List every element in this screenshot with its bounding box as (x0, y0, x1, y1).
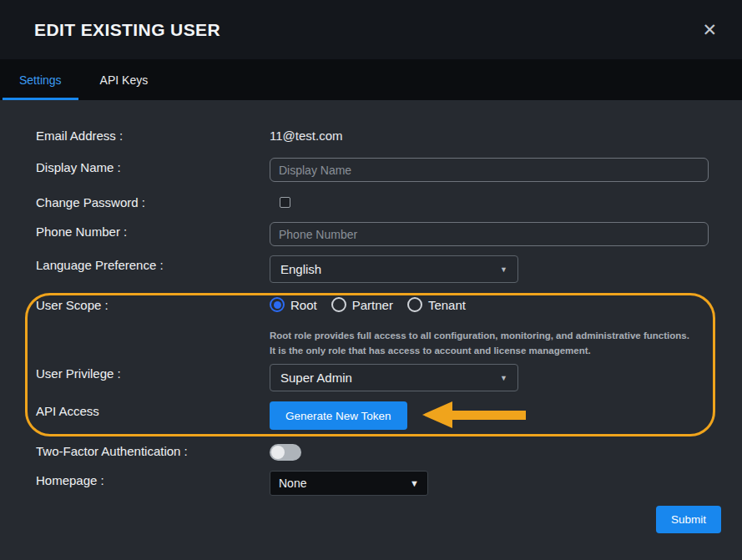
display-name-label: Display Name : (36, 158, 270, 174)
page-title: EDIT EXISTING USER (34, 20, 220, 40)
toggle-knob (271, 446, 285, 459)
email-row: Email Address : 11@test.com (36, 126, 708, 158)
chevron-down-icon: ▼ (500, 374, 507, 382)
chevron-down-icon: ▼ (500, 265, 507, 274)
homepage-value: None (279, 477, 306, 490)
tab-settings[interactable]: Settings (0, 59, 81, 100)
radio-unselected-icon (407, 297, 422, 312)
modal-header: EDIT EXISTING USER ✕ (0, 0, 742, 59)
edit-user-modal: EDIT EXISTING USER ✕ Settings API Keys E… (0, 0, 742, 560)
api-access-label: API Access (36, 401, 270, 418)
email-value: 11@test.com (270, 126, 708, 143)
user-scope-row: User Scope : Root Partner Tenant (36, 295, 708, 325)
homepage-label: Homepage : (36, 471, 270, 487)
radio-partner[interactable]: Partner (331, 297, 393, 312)
generate-token-button[interactable]: Generate New Token (270, 401, 407, 430)
phone-input[interactable] (270, 222, 709, 246)
tab-bar: Settings API Keys (0, 59, 742, 100)
settings-form: Email Address : 11@test.com Display Name… (0, 100, 742, 505)
two-factor-row: Two-Factor Authentication : (36, 441, 708, 471)
language-dropdown[interactable]: English ▼ (270, 255, 518, 283)
chevron-down-icon: ▼ (410, 478, 419, 488)
homepage-row: Homepage : None ▼ (36, 471, 708, 505)
change-password-checkbox[interactable] (280, 197, 290, 208)
user-privilege-value: Super Admin (280, 371, 352, 385)
homepage-select[interactable]: None ▼ (270, 471, 428, 496)
language-label: Language Preference : (36, 255, 270, 272)
phone-row: Phone Number : (36, 222, 708, 255)
two-factor-toggle[interactable] (270, 444, 301, 461)
scope-help-text: Root role provides full access to all co… (270, 325, 708, 358)
user-privilege-label: User Privilege : (36, 364, 270, 381)
submit-button[interactable]: Submit (656, 506, 721, 533)
change-password-row: Change Password : (36, 193, 708, 222)
tab-api-keys[interactable]: API Keys (81, 59, 168, 100)
display-name-row: Display Name : (36, 158, 708, 193)
radio-tenant[interactable]: Tenant (407, 297, 466, 312)
radio-root[interactable]: Root (270, 297, 317, 312)
change-password-label: Change Password : (36, 193, 270, 209)
email-label: Email Address : (36, 126, 270, 143)
scope-help-row: Root role provides full access to all co… (36, 325, 708, 364)
user-scope-radio-group: Root Partner Tenant (270, 297, 708, 312)
radio-unselected-icon (331, 297, 346, 312)
language-row: Language Preference : English ▼ (36, 255, 708, 295)
user-privilege-dropdown[interactable]: Super Admin ▼ (270, 364, 518, 391)
two-factor-label: Two-Factor Authentication : (36, 441, 270, 458)
phone-label: Phone Number : (36, 222, 270, 239)
user-scope-label: User Scope : (36, 295, 270, 312)
display-name-input[interactable] (270, 158, 709, 182)
close-icon[interactable]: ✕ (702, 21, 717, 38)
api-access-row: API Access Generate New Token (36, 401, 708, 441)
language-value: English (280, 262, 321, 276)
user-privilege-row: User Privilege : Super Admin ▼ (36, 364, 708, 401)
radio-selected-icon (270, 297, 285, 312)
